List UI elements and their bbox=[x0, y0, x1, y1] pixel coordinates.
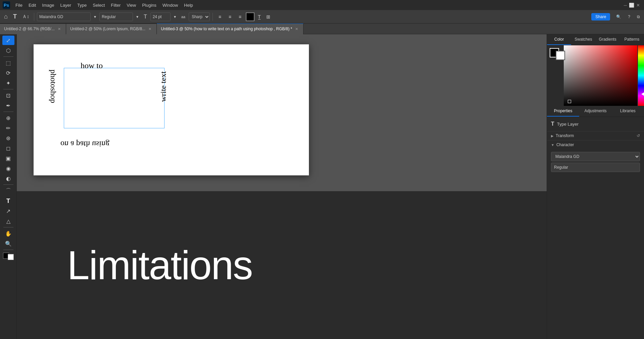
menu-window[interactable]: Window bbox=[160, 1, 181, 9]
overlay-title: Limitations bbox=[67, 242, 252, 288]
tabbar: Untitled-2 @ 66.7% (RGB/... ✕ Untitled-2… bbox=[0, 24, 644, 34]
menu-layer[interactable]: Layer bbox=[58, 1, 74, 9]
path-selection-box bbox=[64, 68, 165, 128]
canvas-content: how to write text on a path using photos… bbox=[34, 44, 309, 175]
transform-section-header[interactable]: ▶ Transform ↺ bbox=[547, 131, 644, 140]
tools-sep-1 bbox=[3, 56, 13, 57]
font-style-input[interactable] bbox=[99, 12, 133, 21]
text-tool-button[interactable]: T bbox=[11, 12, 19, 21]
font-style-dropdown-btn[interactable]: ▾ bbox=[134, 14, 140, 20]
menu-file[interactable]: File bbox=[13, 1, 25, 9]
tools-sep-6 bbox=[3, 250, 13, 250]
menu-select[interactable]: Select bbox=[90, 1, 107, 9]
blur-tool[interactable]: ◉ bbox=[2, 164, 14, 173]
antialiasing-select[interactable]: Sharp bbox=[189, 12, 210, 21]
eyedropper-tool[interactable]: ✒ bbox=[2, 101, 14, 110]
tab-1-close[interactable]: ✕ bbox=[147, 27, 152, 32]
spectrum-hue[interactable] bbox=[564, 45, 637, 106]
help-button[interactable]: ? bbox=[626, 14, 632, 20]
arrange-button[interactable]: ⧉ bbox=[635, 14, 642, 20]
move-tool[interactable]: ⤢ bbox=[2, 36, 14, 45]
patterns-tab[interactable]: Patterns bbox=[620, 34, 644, 45]
color-swatches[interactable] bbox=[2, 251, 15, 261]
dodge-tool[interactable]: ◐ bbox=[2, 174, 14, 183]
tools-sep-2 bbox=[3, 89, 13, 89]
svg-text:Ps: Ps bbox=[4, 3, 9, 8]
home-button[interactable]: ⌂ bbox=[2, 12, 10, 21]
menubar: Ps File Edit Image Layer Type Select Fil… bbox=[0, 0, 644, 10]
tab-2-label: Untitled-3 @ 50% (how to write text on a… bbox=[161, 27, 292, 31]
adjustments-tab[interactable]: Adjustments bbox=[579, 106, 611, 117]
text-color-swatch[interactable] bbox=[246, 12, 255, 21]
tools-sep-4 bbox=[3, 184, 13, 185]
character-style-input[interactable] bbox=[551, 163, 640, 172]
pen-tool[interactable]: ⌒ bbox=[2, 186, 14, 196]
tab-2-close[interactable]: ✕ bbox=[294, 27, 299, 32]
properties-tab[interactable]: Properties bbox=[547, 106, 579, 117]
hue-bar[interactable] bbox=[638, 45, 644, 106]
menu-filter[interactable]: Filter bbox=[108, 1, 123, 9]
tab-1[interactable]: Untitled-2 @ 50% (Lorem Ipsum, RGB/8... … bbox=[66, 24, 157, 34]
crop-tool[interactable]: ⊡ bbox=[2, 91, 14, 100]
font-dropdown-btn[interactable]: ▾ bbox=[92, 14, 98, 20]
select-subject-tool[interactable]: ✦ bbox=[2, 78, 14, 88]
minimize-icon[interactable]: ─ bbox=[624, 3, 627, 8]
swatches-tab[interactable]: Swatches bbox=[571, 34, 595, 45]
character-content: Maiandra GD bbox=[547, 149, 644, 176]
gradients-tab[interactable]: Gradients bbox=[596, 34, 620, 45]
font-name-input[interactable] bbox=[37, 12, 91, 21]
divider-1 bbox=[34, 13, 34, 21]
divider-2 bbox=[213, 13, 213, 21]
type-layer-label: Type Layer bbox=[557, 122, 579, 127]
tab-0[interactable]: Untitled-2 @ 66.7% (RGB/... ✕ bbox=[0, 24, 66, 34]
transform-arrow-icon: ▶ bbox=[551, 134, 554, 138]
path-selection-tool[interactable]: ↗ bbox=[2, 206, 14, 216]
close-icon[interactable]: ✕ bbox=[636, 3, 640, 8]
character-section-header[interactable]: ▼ Character bbox=[547, 140, 644, 149]
font-size-dropdown-btn[interactable]: ▾ bbox=[172, 14, 178, 20]
color-tab[interactable]: Color bbox=[547, 34, 571, 45]
antialiasing-label: aa bbox=[179, 14, 187, 19]
menu-help[interactable]: Help bbox=[181, 1, 196, 9]
character-header-left: ▼ Character bbox=[551, 142, 574, 147]
menu-plugins[interactable]: Plugins bbox=[139, 1, 159, 9]
text-size-button[interactable]: Ａ↕ bbox=[20, 13, 31, 20]
text-top: how to bbox=[81, 61, 103, 70]
maximize-icon[interactable]: ⬜ bbox=[629, 3, 634, 8]
character-font-select[interactable]: Maiandra GD bbox=[551, 152, 640, 161]
hand-tool[interactable]: ✋ bbox=[2, 229, 14, 238]
menu-image[interactable]: Image bbox=[39, 1, 57, 9]
stamp-tool[interactable]: ⊛ bbox=[2, 133, 14, 143]
tab-2[interactable]: Untitled-3 @ 50% (how to write text on a… bbox=[157, 24, 304, 34]
brush-tool[interactable]: ✏ bbox=[2, 123, 14, 133]
text-right: write text bbox=[159, 71, 168, 102]
lasso-tool[interactable]: ⟳ bbox=[2, 68, 14, 78]
background-swatch[interactable] bbox=[556, 51, 565, 60]
align-right-button[interactable]: ≡ bbox=[236, 12, 244, 21]
tab-0-close[interactable]: ✕ bbox=[57, 27, 62, 32]
marquee-tool[interactable]: ⬚ bbox=[2, 58, 14, 68]
zoom-tool[interactable]: 🔍 bbox=[2, 239, 14, 248]
transform-reset-icon[interactable]: ↺ bbox=[637, 133, 640, 138]
character-panel-button[interactable]: ⊞ bbox=[264, 13, 272, 20]
properties-panel-tabs: Properties Adjustments Libraries bbox=[547, 106, 644, 117]
eraser-tool[interactable]: ◻ bbox=[2, 143, 14, 153]
menu-type[interactable]: Type bbox=[75, 1, 89, 9]
libraries-tab[interactable]: Libraries bbox=[612, 106, 644, 117]
background-color[interactable] bbox=[8, 254, 14, 260]
warp-text-button[interactable]: T̲ bbox=[256, 13, 263, 20]
healing-brush-tool[interactable]: ⊕ bbox=[2, 113, 14, 123]
search-button[interactable]: 🔍 bbox=[614, 14, 623, 20]
menu-edit[interactable]: Edit bbox=[26, 1, 39, 9]
transform-header-left: ▶ Transform bbox=[551, 133, 574, 138]
artboard-tool[interactable]: ⬡ bbox=[2, 46, 14, 55]
font-size-input[interactable] bbox=[150, 12, 171, 21]
share-button[interactable]: Share bbox=[591, 13, 610, 20]
align-center-button[interactable]: ≡ bbox=[226, 12, 234, 21]
text-tool[interactable]: T bbox=[2, 196, 14, 206]
shape-tool[interactable]: △ bbox=[2, 216, 14, 226]
gradient-tool[interactable]: ▣ bbox=[2, 154, 14, 163]
menu-view[interactable]: View bbox=[124, 1, 139, 9]
align-left-button[interactable]: ≡ bbox=[216, 12, 224, 21]
canvas-wrapper: how to write text on a path using photos… bbox=[34, 44, 309, 175]
